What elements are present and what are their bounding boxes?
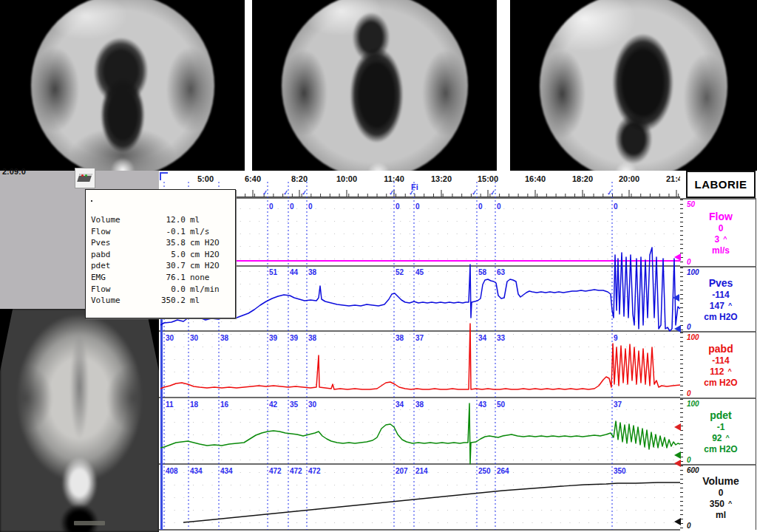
event-value-label-pabd: 9 [614,334,618,342]
event-value-label-flow: 0 [415,202,420,211]
measurement-row: EMG76.1none [86,272,235,284]
event-value-label-pves: 38 [308,268,316,276]
scale-marker-icon [674,518,681,525]
event-value-label-pdet: 34 [396,400,404,409]
scale-marker-icon [673,294,679,301]
time-tick-label: 8:20 [291,174,308,183]
channel-name: Pves [709,277,733,289]
measurement-row: Pves35.8cm H2O [86,237,235,249]
event-value-label-pabd: 38 [220,334,228,342]
scale-marker-icon [674,460,681,467]
scale-max-label: 100 [687,400,699,408]
channel-min: -1 [717,422,725,432]
scale-marker-icon [674,325,681,332]
event-value-label-pabd: 39 [290,334,298,342]
channel-name: pabd [708,343,733,355]
scale-max-label: 600 [687,466,699,474]
event-value-label-pabd: 34 [478,334,486,342]
event-value-label-pves: 63 [497,268,505,276]
measurement-row: Flow0.0ml/min [86,284,235,296]
fluoroscopy-image-4 [0,309,159,532]
time-tick-label: 18:20 [572,174,593,183]
event-value-label-pdet: 38 [415,400,424,409]
channel-min: -114 [712,290,729,300]
scale-max-label: 100 [687,333,699,341]
channel-max: 147 [710,301,724,311]
event-check-icon: ✓ [282,188,289,197]
event-value-label-volume: 434 [220,467,233,475]
measurement-tooltip: Volume12.0ml Flow-0.1ml/s Pves35.8cm H2O… [85,189,236,318]
event-value-label-flow: 0 [269,202,274,211]
scale-marker-icon [674,423,681,431]
fluoroscopy-image-2 [252,0,497,171]
event-value-label-pdet: 35 [290,400,298,409]
fluoroscopy-image-3 [510,0,757,171]
event-check-icon: ✓ [388,188,395,197]
xray-field-icon [0,309,159,532]
channel-scale-flow: 50 Flow 0 3^ ml/s 0 [680,198,756,266]
event-value-label-volume: 207 [396,467,408,475]
event-value-label-pabd: 39 [269,334,277,342]
event-value-label-pdet: 18 [190,400,198,409]
printer-icon[interactable] [75,168,95,188]
event-value-label-pves: 51 [269,268,277,276]
scale-min-label: 0 [687,258,691,266]
elapsed-time-label: 2:09:0 [2,167,26,176]
event-value-label-flow: 0 [614,202,618,211]
scale-max-label: 50 [687,200,695,208]
measurement-row: Volume350.2ml [86,295,235,307]
channel-scale-pabd: 100 pabd -114 112^ cm H2O 0 [680,331,756,398]
event-value-label-pves: 52 [396,268,404,276]
channel-name: pdet [710,409,732,421]
caret-icon: ^ [728,367,732,375]
measurement-row: Flow-0.1ml/s [86,226,235,238]
event-value-label-pdet: 30 [308,400,316,409]
scale-max-label: 100 [687,268,699,276]
event-value-label-flow: 0 [308,202,313,211]
scale-min-label: 0 [687,456,691,464]
event-value-label-pabd: 30 [166,334,174,342]
event-value-label-pabd: 38 [308,334,316,342]
time-tick-label: 11:40 [384,174,404,183]
event-value-label-pdet: 43 [478,400,486,409]
fluoroscopy-image-1 [0,0,245,171]
printer-green-led-icon [85,174,87,177]
trace-plot-area[interactable] [159,198,680,530]
channel-unit: cm H2O [704,444,737,454]
event-value-label-pdet: 37 [614,400,622,409]
event-value-label-flow: 0 [290,202,294,211]
event-value-label-volume: 472 [290,467,302,475]
event-value-label-volume: 472 [269,467,282,475]
channel-min: 0 [719,488,724,498]
event-value-label-flow: 0 [478,202,483,211]
scale-min-label: 0 [687,522,691,530]
xray-field-icon [540,0,727,171]
time-tick-label: 10:00 [336,174,357,183]
brand-label: LABORIE [695,178,747,191]
measurement-row: pabd5.0cm H2O [86,249,235,261]
scale-ruler [680,267,683,331]
event-value-label-pves: 58 [478,268,486,276]
chart-origin-marker-icon [160,172,168,180]
time-tick-label: 20:00 [619,174,639,183]
scale-ruler [680,332,683,398]
event-value-label-pdet: 42 [269,400,277,409]
caret-icon: ^ [728,301,732,309]
scale-min-label: 0 [687,389,691,398]
scale-marker-icon [674,253,681,261]
channel-scale-pves: 100 Pves -114 147^ cm H2O 0 [680,266,756,331]
channel-min: -114 [712,355,729,366]
time-tick-label: 6:40 [245,174,261,183]
measurement-row: pdet30.7cm H2O [86,260,235,272]
event-value-label-volume: 250 [478,467,491,475]
channel-max: 350 [710,499,724,509]
xray-field-icon [31,0,214,171]
event-value-label-volume: 350 [614,467,626,475]
event-value-label-pdet: 11 [166,400,174,409]
channel-scale-pdet: 100 pdet -1 92^ cm H2O 0 [680,398,756,464]
event-value-label-flow: 0 [497,202,501,211]
caret-icon: ^ [728,499,732,507]
event-value-label-pabd: 38 [396,334,404,342]
channel-unit: ml/s [712,245,730,256]
event-value-label-volume: 472 [308,467,321,475]
